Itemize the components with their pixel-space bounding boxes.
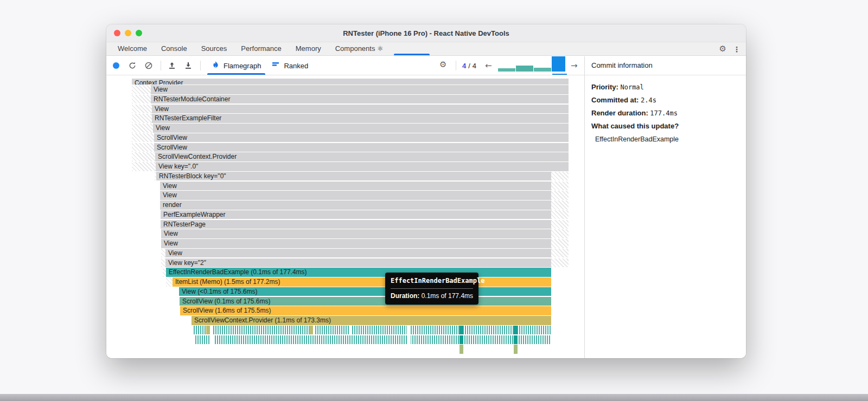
flame-micro-bars-row[interactable] bbox=[195, 335, 551, 345]
flame-row bbox=[106, 326, 584, 335]
clear-profiling-icon[interactable] bbox=[143, 60, 154, 71]
flamegraph-view-tab[interactable]: Flamegraph bbox=[206, 56, 266, 75]
settings-gear-icon[interactable]: ⚙ bbox=[719, 45, 726, 53]
current-commit-number: 4 bbox=[462, 62, 466, 70]
flame-bar[interactable]: RNTesterBlock key="0" bbox=[156, 172, 551, 181]
flame-bar[interactable]: View bbox=[161, 229, 551, 238]
commit-bar-4-selected[interactable] bbox=[552, 56, 565, 72]
flame-bar-label: View (<0.1ms of 175.6ms) bbox=[182, 287, 258, 296]
did-not-render-hatch bbox=[132, 105, 152, 114]
flame-row: View key="2" bbox=[106, 258, 584, 268]
tab-console[interactable]: Console bbox=[154, 42, 194, 55]
ranked-view-tab[interactable]: Ranked bbox=[266, 56, 314, 75]
flame-bar[interactable]: View bbox=[160, 182, 551, 191]
commit-info-header: Commit information bbox=[585, 56, 746, 75]
flame-bar[interactable]: PerfExampleWrapper bbox=[161, 210, 551, 219]
flame-row: ScrollView (0.1ms of 175.6ms) bbox=[106, 297, 584, 306]
flame-bar[interactable]: ScrollViewContext.Provider bbox=[155, 152, 569, 161]
commit-navigator: 4 / 4 bbox=[462, 56, 476, 75]
tab-sources[interactable]: Sources bbox=[194, 42, 234, 55]
flame-micro-bar-dark[interactable] bbox=[459, 335, 463, 345]
toolbar-divider bbox=[456, 61, 456, 70]
flame-bar[interactable]: ScrollView (0.1ms of 175.6ms) bbox=[180, 297, 551, 306]
previous-commit-arrow-icon[interactable]: ← bbox=[485, 61, 492, 70]
flame-micro-bar-olive[interactable] bbox=[206, 326, 210, 335]
flame-bar[interactable]: ScrollView bbox=[154, 133, 569, 143]
did-not-render-hatch bbox=[132, 85, 151, 94]
record-button[interactable] bbox=[113, 62, 119, 69]
flame-bar-label: RNTesterBlock key="0" bbox=[159, 172, 226, 180]
tab-welcome[interactable]: Welcome bbox=[111, 42, 154, 55]
tab-components[interactable]: Components ⚛ bbox=[328, 42, 391, 55]
update-cause-value[interactable]: EffectInRenderBadExample bbox=[591, 135, 739, 144]
flame-bar[interactable]: render bbox=[160, 200, 551, 210]
flame-micro-bar-dark[interactable] bbox=[459, 326, 463, 335]
commit-info-panel: Commit information Priority: Normal Comm… bbox=[584, 56, 746, 358]
did-not-render-hatch-right bbox=[551, 210, 569, 219]
commit-bar-1[interactable] bbox=[498, 68, 515, 72]
tab-memory[interactable]: Memory bbox=[289, 42, 328, 55]
flame-bar[interactable]: View bbox=[153, 124, 569, 133]
flame-row: ScrollView bbox=[106, 133, 584, 143]
did-not-render-hatch bbox=[166, 277, 173, 287]
flame-micro-bar-dark[interactable] bbox=[514, 326, 518, 335]
flamegraph-pane: EffectInRenderBadExample Duration: 0.1ms… bbox=[106, 75, 584, 358]
flame-bar[interactable]: View key="2" bbox=[165, 258, 551, 268]
flame-bar[interactable]: View (<0.1ms of 175.6ms) bbox=[179, 287, 551, 296]
flame-bar[interactable]: View bbox=[161, 239, 551, 248]
reload-and-profile-icon[interactable] bbox=[127, 60, 138, 71]
flame-row: PerfExampleWrapper bbox=[106, 210, 584, 219]
flame-bar-label: ScrollViewContext.Provider (1.1ms of 173… bbox=[194, 316, 331, 325]
flame-micro-bar-dark[interactable] bbox=[514, 335, 518, 345]
commit-bar-2[interactable] bbox=[516, 66, 534, 72]
flame-bar[interactable]: ScrollViewContext.Provider (1.1ms of 173… bbox=[192, 316, 551, 325]
devtools-tab-bar: WelcomeConsoleSourcesPerformanceMemoryCo… bbox=[106, 42, 746, 56]
upload-profile-icon[interactable] bbox=[167, 60, 177, 71]
commit-bar-3[interactable] bbox=[534, 68, 551, 72]
micro-bars-gap bbox=[407, 335, 411, 345]
flame-leaf-block[interactable] bbox=[459, 345, 463, 354]
profiler-settings-gear-icon[interactable]: ⚙ bbox=[439, 61, 446, 69]
profiler-toolbar: Flamegraph Ranked ⚙ 4 / 4 ← → bbox=[106, 56, 584, 75]
flame-bar-label: RNTesterModuleContainer bbox=[154, 95, 230, 104]
did-not-render-hatch-right bbox=[551, 191, 569, 200]
flame-micro-bars-row[interactable] bbox=[194, 326, 551, 335]
did-not-render-hatch-right bbox=[551, 182, 569, 191]
flame-row: View bbox=[106, 191, 584, 200]
flame-bar-label: ScrollView bbox=[157, 143, 187, 152]
flame-bar[interactable]: ScrollView (1.6ms of 175.5ms) bbox=[180, 306, 551, 315]
download-profile-icon[interactable] bbox=[183, 60, 194, 71]
flame-bar[interactable]: EffectInRenderBadExample (0.1ms of 177.4… bbox=[166, 268, 551, 277]
did-not-render-hatch bbox=[161, 258, 165, 268]
did-not-render-hatch-right bbox=[551, 249, 569, 258]
tab-performance[interactable]: Performance bbox=[234, 42, 288, 55]
flame-row: ScrollView (1.6ms of 175.5ms) bbox=[106, 306, 584, 315]
flame-bar[interactable]: Context.Provider bbox=[132, 79, 569, 85]
devtools-window: RNTester (iPhone 16 Pro) - React Native … bbox=[106, 24, 746, 358]
flame-row: View bbox=[106, 249, 584, 258]
flame-bar[interactable]: View bbox=[152, 105, 569, 114]
flame-bar[interactable]: View bbox=[160, 191, 551, 200]
priority-label: Priority: bbox=[591, 83, 618, 91]
tab-profiler-selected[interactable] bbox=[391, 42, 433, 55]
flame-bar[interactable]: RNTesterModuleContainer bbox=[151, 95, 569, 104]
flame-bar[interactable]: ScrollView bbox=[154, 143, 569, 152]
next-commit-arrow-icon[interactable]: → bbox=[571, 61, 578, 70]
more-options-kebab-icon[interactable]: ⋮ bbox=[733, 46, 741, 53]
flame-bar[interactable]: View key=".0" bbox=[156, 162, 569, 171]
flame-bar-label: View bbox=[163, 182, 177, 190]
flame-bar[interactable]: View bbox=[151, 85, 569, 94]
flame-bar-label: EffectInRenderBadExample (0.1ms of 177.4… bbox=[169, 268, 307, 276]
committed-at-label: Committed at: bbox=[591, 96, 639, 104]
render-duration-value: 177.4ms bbox=[650, 109, 678, 117]
flame-bar-label: ScrollView bbox=[157, 133, 187, 142]
flame-bar-label: RNTesterExampleFilter bbox=[155, 114, 221, 122]
flame-micro-bar-olive[interactable] bbox=[309, 326, 313, 335]
flame-bar[interactable]: RNTesterPage bbox=[161, 220, 551, 229]
flame-bar[interactable]: ItemList (Memo) (1.5ms of 177.2ms) bbox=[173, 277, 551, 287]
flame-leaf-block[interactable] bbox=[514, 345, 518, 354]
flame-row: View bbox=[106, 239, 584, 248]
flame-row: View bbox=[106, 182, 584, 191]
flame-bar[interactable]: View bbox=[165, 249, 551, 258]
flame-bar[interactable]: RNTesterExampleFilter bbox=[152, 114, 569, 123]
